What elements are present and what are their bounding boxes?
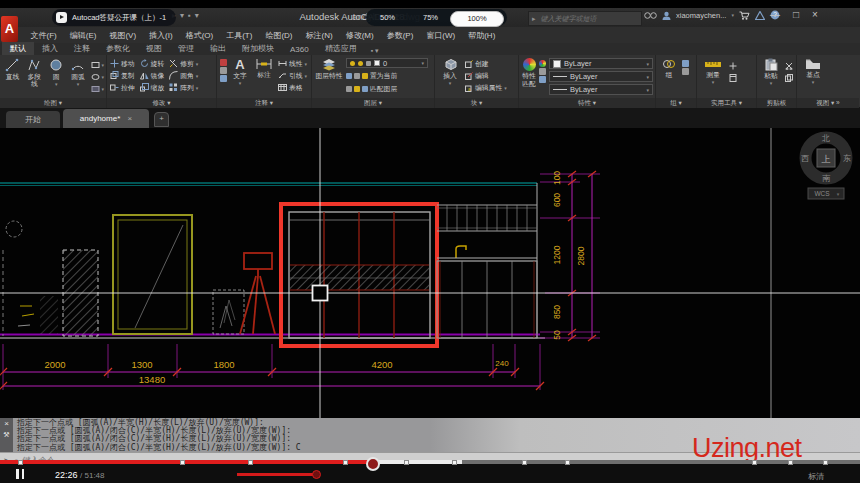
scale-button[interactable]: 缩放 <box>140 82 165 93</box>
tab-home[interactable]: 默认 <box>2 42 34 55</box>
tab-addins[interactable]: 附加模块 <box>234 42 282 55</box>
match-layer-button[interactable]: 匹配图层 <box>346 83 428 94</box>
cut-icon[interactable] <box>785 60 793 71</box>
color-dropdown[interactable]: ByLayer▾ <box>549 58 653 69</box>
search-arrow-icon[interactable]: ▸ <box>529 15 539 23</box>
file-tab-start[interactable]: 开始 <box>6 111 60 128</box>
menu-view[interactable]: 视图(V) <box>103 30 143 41</box>
trim-button[interactable]: 修剪▾ <box>169 58 198 69</box>
binoculars-search-icon[interactable] <box>644 11 657 20</box>
arc-button[interactable]: 圆弧▾ <box>69 58 88 88</box>
tab-view[interactable]: 视图 <box>138 42 170 55</box>
command-wrench-icon[interactable]: ⚒ <box>0 429 13 440</box>
tab-featured-apps[interactable]: 精选应用 <box>317 42 365 55</box>
new-tab-button[interactable]: + <box>154 112 169 127</box>
menu-insert[interactable]: 插入(I) <box>143 30 180 41</box>
linetype-dropdown[interactable]: ByLayer▾ <box>549 84 653 95</box>
panel-footer-modify[interactable]: 修改 ▾ <box>107 98 216 108</box>
panel-footer-annotate[interactable]: 注释 ▾ <box>217 98 311 108</box>
dim-style-icon[interactable] <box>220 67 227 74</box>
panel-footer-view[interactable]: 视图 ▾ » <box>797 98 859 108</box>
line-button[interactable]: 直线 <box>3 58 22 80</box>
panel-footer-clipboard[interactable]: 剪贴板 <box>757 98 796 108</box>
measure-button[interactable]: 测量▾ <box>700 58 726 86</box>
fillet-button[interactable]: 圆角▾ <box>169 70 198 81</box>
quality-selector[interactable]: 标清 <box>808 471 824 482</box>
menu-parametric[interactable]: 参数(P) <box>380 30 420 41</box>
edit-attributes-button[interactable]: a编辑属性▾ <box>465 82 507 93</box>
layer-dropdown[interactable]: 0 ▾ <box>346 58 428 68</box>
viewcube[interactable]: 北 西 东 南 上 WCS ▾ <box>801 134 851 199</box>
table-button[interactable]: 表格 <box>278 82 307 93</box>
file-tab-close-icon[interactable]: × <box>128 114 133 123</box>
panel-footer-draw[interactable]: 绘图 ▾ <box>0 98 106 108</box>
user-icon[interactable] <box>662 11 671 20</box>
volume-knob[interactable] <box>312 470 321 479</box>
tab-manage[interactable]: 管理 <box>170 42 202 55</box>
a360-icon[interactable] <box>755 11 765 20</box>
panel-footer-layers[interactable]: 图层 ▾ <box>312 98 434 108</box>
pause-button[interactable] <box>16 469 25 479</box>
volume-slider[interactable] <box>237 473 317 476</box>
tab-output[interactable]: 输出 <box>202 42 234 55</box>
infocenter-search[interactable]: ▸ <box>528 11 642 26</box>
lineweight-icon[interactable] <box>539 68 546 75</box>
menu-modify[interactable]: 修改(M) <box>339 30 380 41</box>
circle-button[interactable]: 圆▾ <box>47 58 66 88</box>
tab-annotate[interactable]: 注释 <box>66 42 98 55</box>
user-menu-chevron-icon[interactable]: ▾ <box>731 12 734 18</box>
text-button[interactable]: A 文字▾ <box>230 58 250 87</box>
group-button[interactable]: 组 <box>659 58 679 78</box>
menu-tools[interactable]: 工具(T) <box>220 30 259 41</box>
panel-footer-groups[interactable]: 组 ▾ <box>656 98 696 108</box>
close-button[interactable]: × <box>812 9 818 20</box>
autocad-app-menu-button[interactable]: A <box>1 16 18 42</box>
leader-style-icon[interactable] <box>220 75 227 82</box>
rotate-button[interactable]: 旋转 <box>140 58 165 69</box>
copy-button[interactable]: 复制 <box>110 70 135 81</box>
mirror-button[interactable]: 镜像 <box>140 70 165 81</box>
text-style-icon[interactable] <box>220 59 227 66</box>
menu-drawmenu[interactable]: 绘图(D) <box>259 30 299 41</box>
file-tab-document[interactable]: andyhome* × <box>63 109 149 128</box>
linetype-icon[interactable] <box>539 76 546 83</box>
video-seek-bar[interactable] <box>0 459 860 465</box>
layer-properties-button[interactable]: 图层特性 <box>315 58 343 79</box>
menu-edit[interactable]: 编辑(E) <box>63 30 103 41</box>
menu-window[interactable]: 窗口(W) <box>420 30 462 41</box>
edit-block-button[interactable]: 编辑 <box>465 70 507 81</box>
ribbon-display-toggle-icon[interactable]: ▪ ▾ <box>371 47 379 55</box>
leader-button[interactable]: 引线▾ <box>278 70 307 81</box>
seek-playhead[interactable] <box>366 457 380 471</box>
menu-file[interactable]: 文件(F) <box>24 30 63 41</box>
drawing-canvas[interactable]: 2000 1300 1800 4200 240 13480 <box>0 128 860 418</box>
menu-format[interactable]: 格式(O) <box>179 30 220 41</box>
id-point-icon[interactable] <box>729 60 737 71</box>
panel-footer-properties[interactable]: 特性 ▾ <box>519 98 655 108</box>
maximize-button[interactable]: □ <box>793 9 799 20</box>
copy-clip-icon[interactable] <box>785 72 793 83</box>
lineweight-dropdown[interactable]: ByLayer▾ <box>549 71 653 82</box>
menu-dimension[interactable]: 标注(N) <box>299 30 339 41</box>
tab-insert[interactable]: 插入 <box>34 42 66 55</box>
rectangle-tool-icon[interactable]: ▾ <box>91 59 105 70</box>
panel-footer-utilities[interactable]: 实用工具 ▾ <box>697 98 756 108</box>
speed-100-selected[interactable]: 100% <box>450 11 504 27</box>
stretch-button[interactable]: 拉伸 <box>110 82 135 93</box>
playback-speed-control[interactable]: 50% 75% 100% <box>366 9 507 26</box>
signed-in-user[interactable]: xiaomaychen... <box>676 11 726 20</box>
group-edit-icon[interactable] <box>682 68 689 75</box>
tab-a360[interactable]: A360 <box>282 44 317 55</box>
tab-parametric[interactable]: 参数化 <box>98 42 138 55</box>
speed-75[interactable]: 75% <box>423 13 438 22</box>
insert-block-button[interactable]: 插入▾ <box>438 58 462 87</box>
dimension-button[interactable]: 标注 <box>253 58 275 78</box>
quick-access-toolbar[interactable]: ▸▾▪▾ <box>172 11 203 20</box>
polyline-button[interactable]: 多段线 <box>25 58 44 87</box>
ungroup-icon[interactable] <box>682 60 689 67</box>
menu-help[interactable]: 帮助(H) <box>462 30 502 41</box>
create-block-button[interactable]: 创建 <box>465 58 507 69</box>
base-point-button[interactable]: 基点▾ <box>800 58 826 86</box>
linear-dim-button[interactable]: 线性▾ <box>278 58 307 69</box>
ellipse-tool-icon[interactable]: ▾ <box>91 71 105 82</box>
